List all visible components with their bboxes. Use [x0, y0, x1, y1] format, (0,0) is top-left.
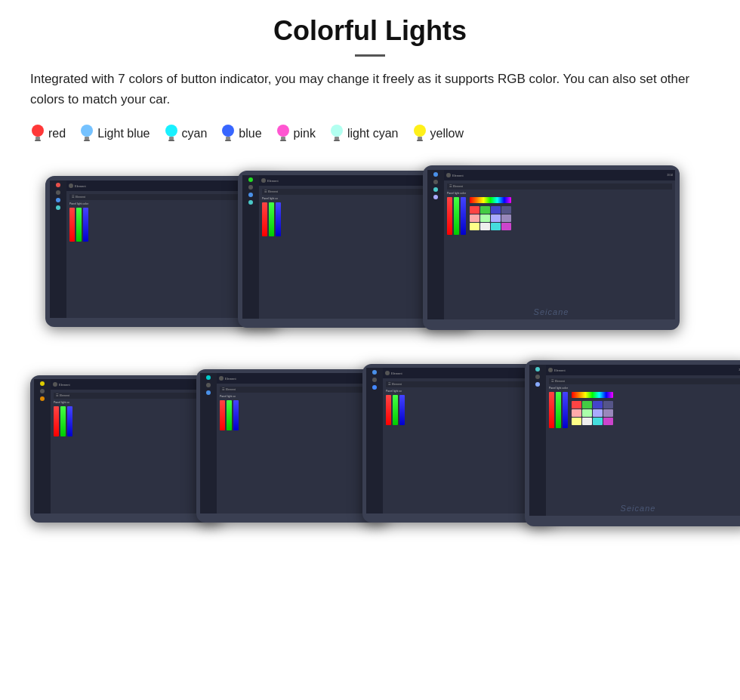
- panel-title-b2: Panel light co: [220, 395, 382, 398]
- dot-ltblue-b3: [372, 385, 377, 390]
- color-label-red: red: [48, 127, 66, 140]
- panel-title-b4: Panel light color: [549, 387, 740, 390]
- ms-menu-b4: ☰ Element: [549, 378, 740, 384]
- ms-bars-b1: [54, 406, 216, 436]
- ms-menu-b3: ☰ Element: [386, 381, 548, 387]
- svg-rect-5: [84, 140, 90, 141]
- color-grid: [470, 206, 511, 230]
- ms-content-b4: ☰ Element Panel light color: [546, 375, 740, 516]
- dot-blue-b3: [372, 370, 377, 375]
- ms-bars-b2: [220, 400, 382, 430]
- dot-yellow-b1: [40, 381, 45, 386]
- mini-screen-b4: Element 20:04 ☰ Element Panel light colo…: [529, 365, 740, 516]
- dot-green: [248, 177, 253, 182]
- ms-bars-grid-3: [447, 197, 672, 235]
- bar-red-3: [447, 197, 452, 235]
- color-label-Light-blue: Light blue: [97, 127, 150, 140]
- ms-header-icon-b3: [385, 371, 390, 375]
- dot-cyan-b2: [206, 375, 211, 380]
- dot-b1: [40, 389, 45, 393]
- svg-point-0: [32, 125, 44, 137]
- screen-device-3: Element 20:04 ☰ Element Panel light colo…: [423, 165, 680, 330]
- ms-content-b1: ☰ Element Panel light co: [51, 390, 219, 513]
- bar-green-b4: [556, 392, 561, 428]
- ms-element-text-b3: Element: [391, 372, 402, 375]
- page-container: Colorful Lights Integrated with 7 colors…: [0, 0, 740, 564]
- bulb-icon-pink: [276, 123, 291, 144]
- ms-menu-b1: ☰ Element: [54, 393, 216, 399]
- bar-blue-b2: [233, 400, 239, 430]
- bar-red-b3: [386, 395, 391, 425]
- bar-red-b1: [54, 406, 59, 436]
- ms-header-icon-2: [261, 178, 266, 183]
- svg-rect-4: [85, 137, 89, 140]
- ms-element-label-b4: ☰ Element: [551, 380, 565, 383]
- grid-cell-cyan: [491, 223, 501, 230]
- device-body-b2: Element ☰ Element Panel light co: [196, 369, 389, 523]
- svg-rect-20: [417, 140, 423, 141]
- color-label-pink: pink: [294, 127, 316, 140]
- ms-content-3: ☰ Element Panel light color: [444, 180, 675, 319]
- dot-3: [433, 180, 438, 184]
- bar-blue-2: [276, 202, 281, 236]
- ms-header-icon-b1: [53, 382, 57, 387]
- grid-cell-purple-b4: [603, 409, 613, 417]
- bar-blue-b4: [563, 392, 568, 428]
- dot-blue: [56, 198, 60, 202]
- dot-cyan-3: [433, 187, 438, 192]
- grid-cell-white: [480, 223, 490, 230]
- bar-red-2: [262, 202, 267, 236]
- grid-cell-magenta-b4: [603, 418, 613, 425]
- svg-rect-16: [335, 137, 339, 140]
- bulb-icon-blue: [220, 123, 236, 144]
- ms-header-3: Element 20:04: [444, 170, 675, 180]
- grid-cell-magenta: [501, 223, 511, 230]
- panel-title-3: Panel light color: [447, 192, 672, 195]
- color-label-light-cyan: light cyan: [347, 127, 399, 140]
- dot-periwinkle-b4: [535, 382, 540, 387]
- dot-2: [248, 185, 253, 190]
- svg-point-18: [414, 125, 426, 137]
- page-title: Colorful Lights: [30, 15, 710, 47]
- grid-cell-blue: [491, 206, 501, 214]
- grid-cell-white-b4: [582, 418, 592, 425]
- dot-1: [56, 190, 60, 195]
- grid-cell-blue-b4: [593, 401, 603, 409]
- ms-element-text-b1: Element: [59, 383, 70, 387]
- bar-green-b2: [227, 400, 232, 430]
- device-body-3: Element 20:04 ☰ Element Panel light colo…: [423, 165, 680, 330]
- screen-device-b1: Element ☰ Element Panel light co: [30, 375, 223, 523]
- svg-rect-17: [334, 140, 340, 141]
- ms-sidebar-b2: [200, 373, 217, 513]
- ms-element-label-b2: ☰ Element: [222, 388, 236, 391]
- ms-header-b2: Element: [217, 373, 385, 384]
- bar-red-b2: [220, 400, 225, 430]
- bulb-icon-Light-blue: [79, 123, 94, 144]
- description-text: Integrated with 7 colors of button indic…: [30, 69, 710, 109]
- ms-header-b1: Element: [51, 379, 219, 390]
- color-label-blue: blue: [239, 127, 261, 140]
- color-item-blue: blue: [220, 123, 261, 144]
- color-item-red: red: [30, 123, 66, 144]
- dot-teal: [56, 205, 60, 210]
- dot-b3: [372, 378, 377, 382]
- bar-green-b3: [393, 395, 398, 425]
- grid-cell-pink-b4: [572, 409, 581, 417]
- grid-cell-dark: [501, 206, 511, 214]
- ms-element-label-b1: ☰ Element: [56, 394, 69, 397]
- svg-rect-11: [225, 140, 231, 141]
- dot-b2: [206, 383, 211, 387]
- ms-header-icon-b2: [219, 376, 224, 381]
- grid-cell-dark-b4: [603, 401, 613, 409]
- bar-red-b4: [549, 392, 554, 428]
- dot-red: [56, 183, 60, 187]
- dot-blue-b2: [206, 390, 211, 395]
- ms-header-icon-b4: [548, 368, 553, 372]
- bar-green: [76, 208, 82, 242]
- ms-body-b1: Element ☰ Element Panel light co: [51, 379, 219, 513]
- bulb-icon-yellow: [412, 123, 427, 144]
- bar-blue-b3: [399, 395, 405, 425]
- svg-point-12: [277, 125, 289, 137]
- color-bars-group-b4: [549, 392, 568, 428]
- title-divider: [355, 54, 385, 57]
